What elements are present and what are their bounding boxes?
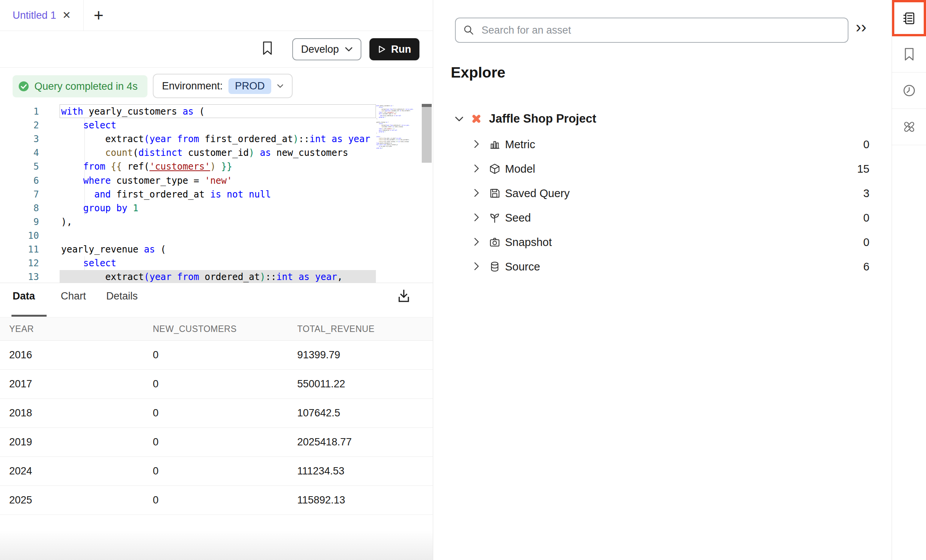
collapse-panel-button[interactable]: ››: [856, 19, 866, 35]
chevron-right-icon[interactable]: [474, 237, 479, 246]
develop-dropdown[interactable]: Develop: [292, 38, 361, 60]
table-cell: 111234.53: [297, 465, 345, 477]
table-cell: 2019: [9, 436, 32, 448]
editor-scrollbar[interactable]: [422, 107, 432, 163]
tree-item-saved-query[interactable]: Saved Query3: [433, 182, 892, 206]
bookmark-icon: [903, 47, 915, 61]
develop-label: Develop: [301, 44, 339, 55]
table-row: 20170550011.22: [0, 370, 433, 399]
tab-details[interactable]: Details: [106, 290, 138, 302]
saved-query-icon: [489, 188, 500, 199]
code-line[interactable]: count(distinct customer_id) as new_custo…: [61, 146, 348, 160]
code-line[interactable]: extract(year from first_ordered_at)::int…: [61, 132, 370, 146]
tree-item-label: Model: [505, 163, 535, 175]
line-number: 2: [11, 118, 39, 132]
tree-item-source[interactable]: Source6: [433, 255, 892, 280]
bookmark-icon: [261, 41, 274, 55]
sidebar-item-catalog[interactable]: [892, 0, 926, 36]
table-row: 201902025418.77: [0, 428, 433, 457]
table-cell: 0: [153, 494, 159, 506]
tab-bar: Untitled 1 ✕ +: [0, 0, 433, 31]
sidebar-item-history[interactable]: [892, 73, 926, 109]
check-circle-icon: [18, 81, 29, 92]
download-results-button[interactable]: [397, 289, 411, 304]
table-cell: 115892.13: [297, 494, 345, 506]
sidebar-item-copilot[interactable]: [892, 109, 926, 145]
chevron-right-icon[interactable]: [474, 139, 479, 149]
snapshot-icon: [489, 236, 500, 248]
table-cell: 91399.79: [297, 349, 340, 361]
environment-label: Environment:: [162, 80, 223, 92]
minimap-line: order by 1: [376, 147, 421, 149]
line-number: 1: [11, 105, 39, 118]
metric-icon: [489, 139, 500, 150]
tree-item-label: Metric: [505, 138, 535, 151]
project-tree-root[interactable]: Jaffle Shop Project: [455, 109, 596, 128]
tab-chart[interactable]: Chart: [61, 290, 86, 302]
line-number: 11: [11, 243, 39, 256]
sidebar-item-bookmarks[interactable]: [892, 36, 926, 73]
run-label: Run: [391, 44, 411, 55]
environment-selector[interactable]: Environment: PROD: [153, 74, 293, 98]
table-row: 20250115892.13: [0, 486, 433, 515]
chevron-right-icon[interactable]: [474, 213, 479, 222]
close-icon[interactable]: ✕: [62, 10, 71, 21]
code-line[interactable]: where customer_type = 'new': [61, 174, 232, 188]
tab-untitled-1[interactable]: Untitled 1 ✕: [0, 0, 84, 31]
table-row: 2016091399.79: [0, 341, 433, 370]
catalog-notebook-icon: [902, 11, 916, 25]
tree-item-count: 0: [863, 212, 869, 224]
line-number: 7: [11, 188, 39, 201]
query-status-badge: Query completed in 4s: [13, 75, 147, 97]
table-cell: 550011.22: [297, 378, 345, 390]
editor-pane: Untitled 1 ✕ + Develop Run: [0, 0, 433, 560]
code-line[interactable]: from {{ ref('customers') }}: [61, 160, 232, 173]
scrollbar-marker: [422, 104, 432, 107]
code-line[interactable]: with yearly_customers as (: [61, 105, 205, 118]
chevron-down-icon: [277, 84, 283, 88]
asset-search-box[interactable]: [455, 18, 848, 43]
tree-item-label: Source: [505, 261, 540, 273]
chevron-right-icon[interactable]: [474, 262, 479, 271]
chevron-right-icon[interactable]: [474, 164, 479, 173]
tab-title: Untitled 1: [13, 10, 56, 21]
code-line[interactable]: extract(year from ordered_at)::int as ye…: [61, 270, 343, 283]
tree-item-count: 0: [863, 138, 869, 151]
tree-item-metric[interactable]: Metric0: [433, 133, 892, 157]
model-icon: [489, 163, 500, 175]
tree-item-snapshot[interactable]: Snapshot0: [433, 231, 892, 255]
code-line[interactable]: select: [61, 256, 117, 270]
chevron-right-icon[interactable]: [474, 188, 479, 197]
table-cell: 2024: [9, 465, 32, 477]
tree-item-count: 15: [857, 163, 869, 175]
code-line[interactable]: and first_ordered_at is not null: [61, 188, 271, 201]
bookmark-button[interactable]: [261, 41, 274, 55]
tab-data[interactable]: Data: [13, 290, 35, 302]
tree-item-count: 0: [863, 236, 869, 249]
results-divider: [0, 283, 433, 283]
run-button[interactable]: Run: [369, 38, 419, 60]
table-cell: 0: [153, 407, 159, 419]
code-line[interactable]: ),: [61, 215, 72, 229]
clock-history-icon: [902, 84, 916, 97]
tree-item-model[interactable]: Model15: [433, 157, 892, 182]
editor-toolbar: Develop Run: [0, 31, 433, 68]
code-line[interactable]: group by 1: [61, 201, 138, 215]
search-input[interactable]: [481, 24, 840, 37]
bottom-fade: [0, 530, 433, 560]
line-number: 9: [11, 215, 39, 229]
table-row: 20180107642.5: [0, 399, 433, 428]
table-cell: 2018: [9, 407, 32, 419]
new-tab-button[interactable]: +: [90, 7, 107, 24]
table-cell: 0: [153, 436, 159, 448]
minimap[interactable]: with yearly_customers as ( select extrac…: [376, 105, 421, 282]
search-icon: [463, 24, 474, 36]
table-cell: 2025: [9, 494, 32, 506]
code-line[interactable]: yearly_revenue as (: [61, 243, 166, 256]
download-icon: [397, 289, 411, 304]
column-header: YEAR: [9, 324, 34, 334]
tree-item-seed[interactable]: Seed0: [433, 206, 892, 231]
code-line[interactable]: select: [61, 118, 117, 132]
project-name: Jaffle Shop Project: [489, 112, 596, 126]
code-editor[interactable]: 1with yearly_customers as (2 select3 ext…: [0, 104, 433, 283]
